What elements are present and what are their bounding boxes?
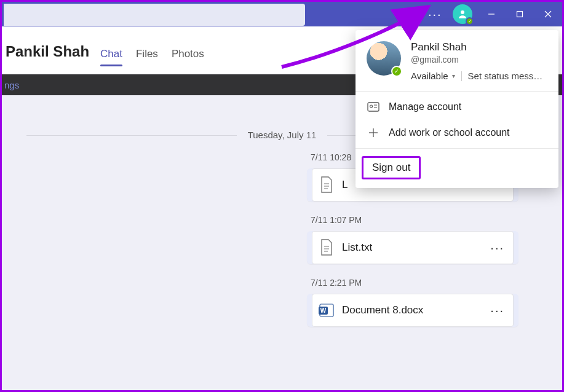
message-bubble[interactable]: List.txt ··· [307, 231, 518, 264]
message-bubble[interactable]: W Document 8.docx ··· [307, 294, 518, 327]
add-account-label: Add work or school account [389, 127, 510, 138]
file-name: Document 8.docx [342, 304, 480, 316]
file-more-icon[interactable]: ··· [488, 241, 507, 255]
divider [355, 148, 558, 149]
titlebar: ··· [2, 2, 562, 26]
svg-point-0 [461, 10, 464, 14]
chat-tabs: Chat Files Photos [100, 26, 204, 74]
message-group: 7/11 2:21 PM W Document 8.docx ··· [307, 278, 533, 327]
user-email: @gmail.com [411, 55, 547, 65]
chat-title: Pankil Shah [6, 43, 89, 74]
set-status-message[interactable]: Set status mess… [468, 71, 543, 81]
svg-rect-2 [517, 12, 523, 17]
file-text-icon [319, 176, 335, 194]
separator [461, 71, 462, 81]
banner-text[interactable]: ngs [4, 80, 19, 90]
signout-button[interactable]: Sign out [362, 156, 421, 179]
id-card-icon [367, 100, 380, 114]
date-text: Tuesday, July 11 [237, 130, 328, 140]
file-word-icon: W [319, 302, 335, 318]
close-button[interactable] [534, 2, 562, 26]
maximize-button[interactable] [506, 2, 534, 26]
presence-available-icon [466, 17, 474, 25]
file-more-icon[interactable]: ··· [488, 304, 507, 318]
app-window: ··· Pankil Shah Chat [0, 0, 564, 392]
svg-rect-14 [368, 103, 379, 111]
divider [355, 91, 558, 92]
user-avatar[interactable] [367, 41, 401, 76]
file-name: List.txt [342, 241, 480, 254]
message-group: 7/11 1:07 PM List.txt ··· [307, 215, 533, 264]
add-account-item[interactable]: Add work or school account [355, 120, 558, 146]
minimize-button[interactable] [477, 2, 506, 26]
more-icon[interactable]: ··· [428, 7, 448, 22]
account-popover: Pankil Shah @gmail.com Available ▾ Set s… [355, 30, 558, 188]
tab-photos[interactable]: Photos [172, 48, 204, 74]
svg-text:W: W [320, 307, 327, 314]
user-name: Pankil Shah [411, 41, 547, 53]
minimize-icon [488, 10, 495, 18]
plus-icon [367, 126, 380, 139]
file-card[interactable]: W Document 8.docx ··· [312, 294, 514, 327]
chevron-down-icon: ▾ [452, 73, 455, 79]
tab-files[interactable]: Files [136, 48, 158, 74]
message-time: 7/11 2:21 PM [307, 278, 533, 288]
status-dropdown[interactable]: Available [411, 71, 448, 81]
close-icon [544, 10, 552, 18]
search-bar[interactable] [4, 4, 305, 26]
file-text-icon [319, 238, 335, 257]
tab-chat[interactable]: Chat [100, 48, 122, 74]
message-time: 7/11 1:07 PM [307, 215, 533, 225]
me-avatar-button[interactable] [453, 4, 472, 24]
manage-account-label: Manage account [389, 101, 461, 112]
popover-header: Pankil Shah @gmail.com Available ▾ Set s… [355, 30, 558, 88]
manage-account-item[interactable]: Manage account [355, 94, 558, 120]
maximize-icon [516, 10, 523, 18]
svg-point-15 [370, 105, 373, 108]
file-card[interactable]: List.txt ··· [312, 231, 514, 264]
presence-available-icon [391, 66, 402, 77]
